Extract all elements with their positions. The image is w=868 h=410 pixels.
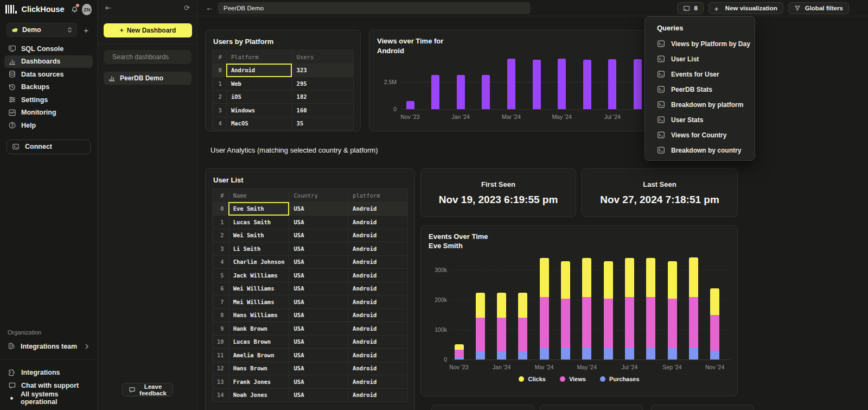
query-item[interactable]: User Stats	[645, 112, 755, 128]
segment-views-Nov '23[interactable]	[455, 350, 464, 357]
search-input[interactable]	[112, 53, 196, 61]
table-cell[interactable]: Android	[348, 229, 408, 242]
bar-Feb '24[interactable]	[482, 75, 490, 109]
table-cell[interactable]: Android	[226, 64, 292, 77]
segment-purchases-Oct '24[interactable]	[689, 348, 698, 359]
table-cell[interactable]: Wei Smith	[228, 229, 289, 242]
table-cell[interactable]: Noah Jones	[228, 388, 289, 402]
sidebar-item-backups[interactable]: Backups	[4, 81, 93, 94]
segment-purchases-Aug '24[interactable]	[646, 348, 655, 359]
new-dashboard-button[interactable]: + New Dashboard	[104, 23, 192, 37]
bar-Mar '24[interactable]	[507, 59, 515, 109]
sidebar-item-dashboards[interactable]: Dashboards	[4, 55, 93, 68]
table-cell[interactable]: USA	[289, 229, 348, 242]
dashboard-title-input[interactable]	[218, 2, 531, 14]
table-cell[interactable]: Li Smith	[228, 242, 289, 256]
table-cell[interactable]: Android	[348, 269, 408, 282]
query-item[interactable]: User List	[645, 52, 755, 67]
table-cell[interactable]: USA	[289, 216, 348, 229]
segment-purchases-Jan '24[interactable]	[497, 351, 506, 359]
table-cell[interactable]: 295	[292, 77, 353, 91]
sidebar-item-settings[interactable]: Settings	[4, 93, 93, 106]
segment-clicks-Mar '24[interactable]	[540, 258, 549, 297]
table-cell[interactable]: Android	[348, 322, 408, 336]
table-cell[interactable]: Lucas Smith	[228, 216, 289, 229]
table-cell[interactable]: Lucas Brown	[228, 335, 289, 349]
table-cell[interactable]: Eve Smith	[228, 202, 289, 216]
table-cell[interactable]: Android	[348, 308, 408, 322]
collapse-panel-icon[interactable]: ⇤	[105, 4, 111, 12]
refresh-icon[interactable]: ⟳	[184, 4, 190, 12]
segment-views-Jan '24[interactable]	[497, 318, 506, 351]
table-cell[interactable]: 160	[292, 104, 353, 117]
notifications-button[interactable]	[71, 5, 79, 14]
table-cell[interactable]: 182	[292, 90, 353, 104]
table-cell[interactable]: USA	[289, 335, 348, 349]
query-item[interactable]: Views for Country	[645, 128, 755, 143]
segment-purchases-Sep '24[interactable]	[668, 348, 677, 359]
query-item[interactable]: Breakdown by platform	[645, 97, 755, 112]
dashboard-list-item[interactable]: PeerDB Demo	[104, 72, 192, 85]
table-cell[interactable]: Android	[348, 362, 408, 375]
bar-Aug '24[interactable]	[634, 59, 642, 109]
table-cell[interactable]: Wei Williams	[228, 282, 289, 295]
table-cell[interactable]: Android	[348, 202, 408, 216]
table-cell[interactable]: Web	[226, 77, 292, 91]
table-cell[interactable]: Charlie Johnson	[228, 255, 289, 269]
segment-views-Jun '24[interactable]	[604, 299, 613, 348]
segment-purchases-Jun '24[interactable]	[604, 348, 613, 359]
segment-views-Nov '24[interactable]	[710, 315, 719, 351]
table-cell[interactable]: Android	[348, 388, 408, 402]
table-cell[interactable]: Windows	[226, 104, 292, 117]
segment-views-Mar '24[interactable]	[540, 297, 549, 348]
segment-purchases-Jul '24[interactable]	[625, 348, 634, 359]
sidebar-item-monitoring[interactable]: Monitoring	[4, 106, 93, 119]
table-cell[interactable]: iOS	[226, 90, 292, 104]
leave-feedback-button[interactable]: Leave feedback	[122, 383, 173, 396]
table-cell[interactable]: Jack Williams	[228, 269, 289, 282]
table-cell[interactable]: Hank Brown	[228, 322, 289, 336]
segment-clicks-Jul '24[interactable]	[625, 258, 634, 297]
legend-item-views[interactable]: Views	[560, 376, 586, 382]
query-item[interactable]: Events for User	[645, 67, 755, 82]
table-cell[interactable]: USA	[289, 388, 348, 402]
segment-views-Jul '24[interactable]	[625, 297, 634, 348]
segment-views-Aug '24[interactable]	[646, 297, 655, 348]
segment-purchases-Dec '23[interactable]	[476, 351, 485, 359]
avatar[interactable]: ZN	[82, 4, 92, 15]
segment-purchases-Nov '23[interactable]	[455, 357, 464, 359]
table-cell[interactable]: USA	[289, 375, 348, 389]
segment-clicks-Feb '24[interactable]	[518, 293, 527, 318]
segment-clicks-Jan '24[interactable]	[497, 293, 506, 318]
sidebar-item-sql-console[interactable]: SQL Console	[4, 42, 93, 55]
table-cell[interactable]: USA	[289, 295, 348, 309]
table-cell[interactable]: USA	[289, 282, 348, 295]
queries-panel-button[interactable]: 8	[677, 2, 703, 14]
connect-button[interactable]: Connect	[7, 140, 91, 154]
table-cell[interactable]: Android	[348, 375, 408, 389]
new-visualization-button[interactable]: + New visualization	[709, 2, 783, 14]
bar-Jan '24[interactable]	[457, 75, 465, 109]
table-cell[interactable]: Android	[348, 282, 408, 295]
bar-Nov '23[interactable]	[406, 101, 414, 109]
table-cell[interactable]: Hans Williams	[228, 308, 289, 322]
table-cell[interactable]: MacOS	[226, 117, 292, 130]
segment-clicks-Aug '24[interactable]	[646, 258, 655, 297]
table-cell[interactable]: Amelia Brown	[228, 349, 289, 362]
query-item[interactable]: Views by Platform by Day	[645, 36, 755, 52]
back-button[interactable]: ←	[206, 3, 214, 12]
organization-team-item[interactable]: Integrations team	[0, 340, 97, 353]
bar-Apr '24[interactable]	[533, 60, 541, 109]
segment-views-Apr '24[interactable]	[561, 299, 570, 348]
segment-purchases-Mar '24[interactable]	[540, 348, 549, 359]
segment-clicks-Dec '23[interactable]	[476, 293, 485, 318]
table-cell[interactable]: Android	[348, 242, 408, 256]
footer-item-chat-with-support[interactable]: Chat with support	[0, 379, 97, 392]
table-cell[interactable]: USA	[289, 349, 348, 362]
query-item[interactable]: Breakdown by country	[645, 143, 755, 158]
segment-views-Feb '24[interactable]	[518, 318, 527, 351]
segment-clicks-Nov '24[interactable]	[710, 288, 719, 314]
segment-clicks-Sep '24[interactable]	[668, 261, 677, 299]
bar-Jul '24[interactable]	[608, 59, 616, 109]
table-cell[interactable]: USA	[289, 269, 348, 282]
